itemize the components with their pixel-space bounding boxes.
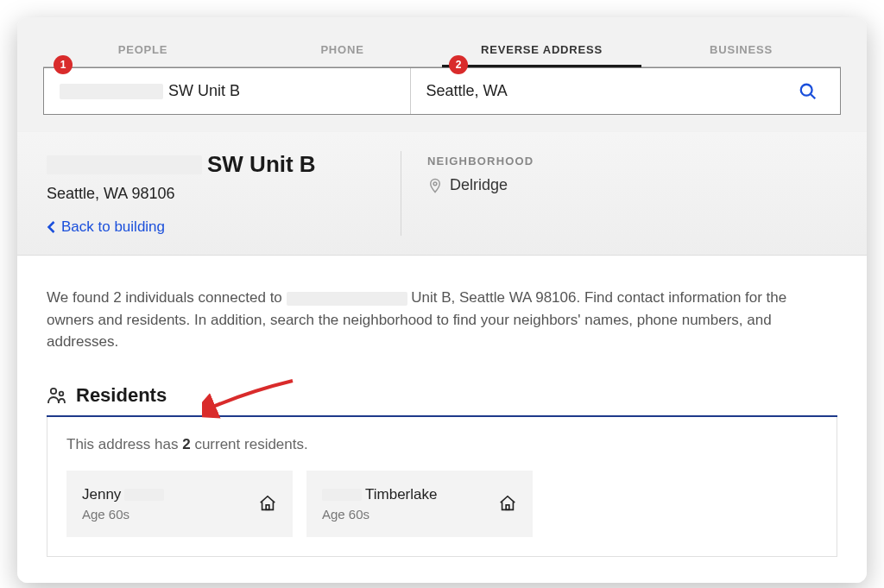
svg-point-4	[60, 391, 64, 395]
svg-point-2	[433, 181, 437, 185]
summary-suffix: current residents.	[191, 436, 308, 452]
neighborhood-row: Delridge	[427, 176, 837, 194]
back-link-label: Back to building	[61, 218, 165, 236]
address-header: SW Unit B Seattle, WA 98106 Back to buil…	[17, 132, 867, 256]
resident-name-text: Jenny	[82, 486, 121, 503]
redacted-desc-address	[287, 292, 407, 306]
residents-heading-text: Residents	[76, 384, 167, 407]
search-container: SW Unit B Seattle, WA	[43, 67, 841, 115]
content: 1 2 PEOPLE PHONE REVERSE ADDRESS BUSINES…	[17, 17, 867, 583]
address-header-left: SW Unit B Seattle, WA 98106 Back to buil…	[47, 151, 375, 236]
address-title-text: SW Unit B	[207, 151, 316, 178]
header-divider	[401, 151, 401, 236]
svg-rect-5	[266, 505, 269, 510]
map-pin-icon	[427, 177, 443, 194]
redacted-street	[47, 155, 202, 174]
summary-count: 2	[182, 436, 190, 452]
search-tabs: PEOPLE PHONE REVERSE ADDRESS BUSINESS	[17, 17, 867, 67]
redacted-firstname	[322, 489, 362, 501]
search-icon	[799, 82, 818, 101]
resident-name: Jenny	[82, 486, 164, 503]
city-input[interactable]: Seattle, WA	[411, 68, 777, 114]
address-subtitle: Seattle, WA 98106	[47, 185, 375, 203]
search-row: SW Unit B Seattle, WA	[17, 67, 867, 132]
resident-name-text: Timberlake	[365, 486, 437, 503]
house-icon	[258, 494, 277, 513]
house-icon	[498, 494, 517, 513]
svg-point-3	[51, 388, 56, 393]
resident-age: Age 60s	[82, 507, 164, 522]
summary-prefix: This address has	[66, 436, 182, 452]
tab-people[interactable]: PEOPLE	[43, 35, 243, 67]
resident-name: Timberlake	[322, 486, 437, 503]
app-window: 1 2 PEOPLE PHONE REVERSE ADDRESS BUSINES…	[17, 17, 867, 583]
address-title: SW Unit B	[47, 151, 375, 178]
redacted-address	[60, 84, 163, 99]
resident-tile[interactable]: Timberlake Age 60s	[306, 471, 533, 537]
address-header-right: NEIGHBORHOOD Delridge	[427, 151, 837, 236]
tab-phone[interactable]: PHONE	[243, 35, 442, 67]
resident-age: Age 60s	[322, 507, 437, 522]
people-icon	[47, 385, 67, 406]
description-text: We found 2 individuals connected to Unit…	[47, 287, 837, 353]
tab-reverse-address[interactable]: REVERSE ADDRESS	[442, 35, 641, 67]
neighborhood-name: Delridge	[450, 176, 508, 194]
address-input-text: SW Unit B	[168, 82, 240, 100]
svg-point-0	[801, 84, 812, 95]
svg-line-1	[811, 94, 815, 98]
svg-rect-6	[506, 505, 509, 510]
back-to-building-link[interactable]: Back to building	[47, 218, 375, 236]
city-input-text: Seattle, WA	[426, 82, 508, 99]
neighborhood-label: NEIGHBORHOOD	[427, 155, 837, 168]
resident-tile[interactable]: Jenny Age 60s	[66, 471, 293, 537]
redacted-surname	[124, 489, 164, 501]
annotation-badge-1: 1	[54, 55, 73, 74]
tab-business[interactable]: BUSINESS	[641, 35, 841, 67]
residents-card: This address has 2 current residents. Je…	[47, 417, 837, 557]
residents-summary: This address has 2 current residents.	[66, 436, 818, 453]
resident-grid: Jenny Age 60s	[66, 471, 818, 537]
residents-heading: Residents	[47, 384, 837, 417]
address-input[interactable]: SW Unit B	[44, 68, 410, 114]
annotation-badge-2: 2	[449, 55, 468, 74]
body-section: We found 2 individuals connected to Unit…	[17, 256, 867, 583]
search-button[interactable]	[776, 68, 840, 114]
desc-prefix: We found 2 individuals connected to	[47, 289, 287, 306]
chevron-left-icon	[47, 220, 56, 234]
arrow-annotation	[202, 376, 297, 419]
